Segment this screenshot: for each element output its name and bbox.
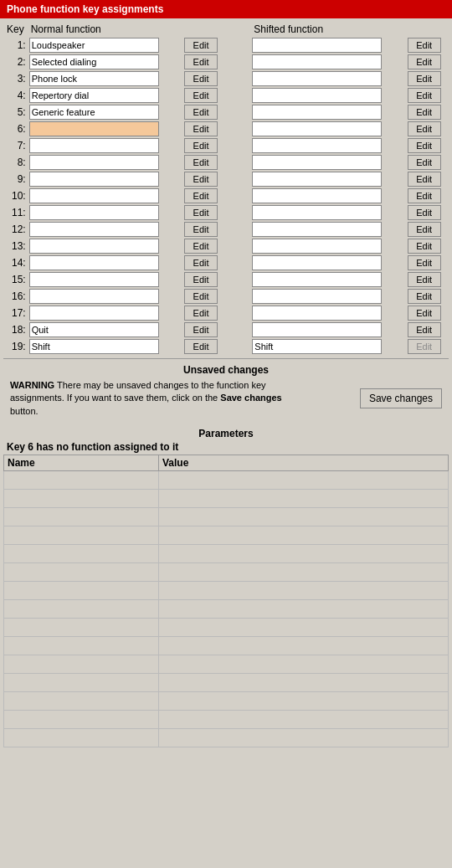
key-number: 16: bbox=[3, 288, 28, 305]
normal-edit-button[interactable]: Edit bbox=[184, 88, 218, 103]
shifted-function-input[interactable] bbox=[252, 38, 382, 53]
shifted-edit-button[interactable]: Edit bbox=[408, 322, 441, 337]
shifted-function-input[interactable] bbox=[252, 138, 382, 153]
shifted-edit-button[interactable]: Edit bbox=[408, 239, 441, 254]
param-name bbox=[4, 637, 159, 655]
shifted-function-input[interactable] bbox=[252, 289, 382, 304]
normal-edit-button[interactable]: Edit bbox=[184, 172, 218, 187]
normal-edit-button[interactable]: Edit bbox=[184, 289, 218, 304]
table-row: 13:EditEdit bbox=[3, 238, 449, 254]
shifted-function-input[interactable] bbox=[252, 339, 382, 354]
normal-function-input[interactable] bbox=[29, 272, 159, 287]
shifted-function-input[interactable] bbox=[252, 205, 382, 220]
normal-edit-button[interactable]: Edit bbox=[184, 272, 218, 287]
shifted-function-input[interactable] bbox=[252, 105, 382, 120]
normal-edit-button[interactable]: Edit bbox=[184, 121, 218, 136]
normal-edit-button[interactable]: Edit bbox=[184, 71, 218, 86]
param-value bbox=[159, 692, 449, 711]
shifted-edit-button[interactable]: Edit bbox=[408, 54, 441, 69]
normal-function-input[interactable] bbox=[29, 54, 159, 69]
normal-edit-button[interactable]: Edit bbox=[184, 255, 218, 270]
key-number: 6: bbox=[3, 121, 28, 137]
shifted-function-input[interactable] bbox=[252, 222, 382, 237]
shifted-function-input[interactable] bbox=[252, 188, 382, 203]
normal-function-input[interactable] bbox=[29, 155, 159, 170]
normal-function-input[interactable] bbox=[29, 188, 159, 203]
shifted-edit-button[interactable]: Edit bbox=[408, 38, 441, 53]
shifted-function-input[interactable] bbox=[252, 239, 382, 254]
shifted-edit-button[interactable]: Edit bbox=[408, 222, 441, 237]
shifted-edit-button[interactable]: Edit bbox=[408, 121, 441, 136]
shifted-function-input[interactable] bbox=[252, 121, 382, 136]
normal-function-input[interactable] bbox=[29, 138, 159, 153]
shifted-function-input[interactable] bbox=[252, 306, 382, 321]
normal-edit-button[interactable]: Edit bbox=[184, 239, 218, 254]
normal-edit-button[interactable]: Edit bbox=[184, 205, 218, 220]
normal-function-input[interactable] bbox=[29, 239, 159, 254]
normal-edit-button[interactable]: Edit bbox=[184, 188, 218, 203]
shifted-function-input[interactable] bbox=[252, 172, 382, 187]
param-value bbox=[159, 471, 449, 490]
key-number: 17: bbox=[3, 305, 28, 321]
shifted-edit-button[interactable]: Edit bbox=[408, 88, 441, 103]
normal-function-input[interactable] bbox=[29, 306, 159, 321]
normal-edit-button[interactable]: Edit bbox=[184, 155, 218, 170]
shifted-edit-button[interactable]: Edit bbox=[408, 138, 441, 153]
table-row: 5:EditEdit bbox=[3, 104, 449, 121]
normal-function-input[interactable] bbox=[29, 289, 159, 304]
shifted-edit-button[interactable]: Edit bbox=[408, 172, 441, 187]
shifted-edit-button[interactable]: Edit bbox=[408, 105, 441, 120]
key-number: 13: bbox=[3, 238, 28, 254]
normal-edit-button[interactable]: Edit bbox=[184, 339, 218, 354]
shifted-function-input[interactable] bbox=[252, 54, 382, 69]
normal-edit-button[interactable]: Edit bbox=[184, 54, 218, 69]
normal-function-input[interactable] bbox=[29, 121, 159, 136]
param-row bbox=[4, 563, 449, 582]
table-row: 8:EditEdit bbox=[3, 154, 449, 171]
normal-function-input[interactable] bbox=[29, 339, 159, 354]
shifted-function-input[interactable] bbox=[252, 255, 382, 270]
param-row bbox=[4, 526, 449, 545]
normal-edit-button[interactable]: Edit bbox=[184, 306, 218, 321]
shifted-function-input[interactable] bbox=[252, 155, 382, 170]
normal-edit-button[interactable]: Edit bbox=[184, 105, 218, 120]
unsaved-title: Unsaved changes bbox=[10, 364, 442, 376]
shifted-edit-button[interactable]: Edit bbox=[408, 71, 441, 86]
params-col-name: Name bbox=[4, 455, 159, 471]
param-row bbox=[4, 711, 449, 729]
shifted-edit-button[interactable]: Edit bbox=[408, 289, 441, 304]
normal-function-input[interactable] bbox=[29, 172, 159, 187]
normal-edit-button[interactable]: Edit bbox=[184, 38, 218, 53]
param-row bbox=[4, 619, 449, 637]
shifted-edit-button[interactable]: Edit bbox=[408, 255, 441, 270]
normal-function-input[interactable] bbox=[29, 71, 159, 86]
param-name bbox=[4, 619, 159, 637]
normal-function-input[interactable] bbox=[29, 38, 159, 53]
param-value bbox=[159, 508, 449, 526]
param-name bbox=[4, 600, 159, 619]
shifted-edit-button[interactable]: Edit bbox=[408, 272, 441, 287]
normal-edit-button[interactable]: Edit bbox=[184, 138, 218, 153]
param-row bbox=[4, 692, 449, 711]
normal-function-input[interactable] bbox=[29, 105, 159, 120]
normal-function-input[interactable] bbox=[29, 205, 159, 220]
normal-edit-button[interactable]: Edit bbox=[184, 222, 218, 237]
normal-edit-button[interactable]: Edit bbox=[184, 322, 218, 337]
normal-function-input[interactable] bbox=[29, 88, 159, 103]
normal-function-input[interactable] bbox=[29, 222, 159, 237]
key-number: 7: bbox=[3, 137, 28, 154]
shifted-edit-button[interactable]: Edit bbox=[408, 155, 441, 170]
shifted-edit-button[interactable]: Edit bbox=[408, 188, 441, 203]
shifted-function-input[interactable] bbox=[252, 71, 382, 86]
param-name bbox=[4, 729, 159, 747]
shifted-function-input[interactable] bbox=[252, 322, 382, 337]
param-row bbox=[4, 582, 449, 600]
shifted-function-input[interactable] bbox=[252, 88, 382, 103]
shifted-edit-button[interactable]: Edit bbox=[408, 306, 441, 321]
shifted-edit-button[interactable]: Edit bbox=[408, 205, 441, 220]
param-value bbox=[159, 711, 449, 729]
shifted-function-input[interactable] bbox=[252, 272, 382, 287]
normal-function-input[interactable] bbox=[29, 255, 159, 270]
save-changes-button[interactable]: Save changes bbox=[360, 388, 442, 408]
normal-function-input[interactable] bbox=[29, 322, 159, 337]
